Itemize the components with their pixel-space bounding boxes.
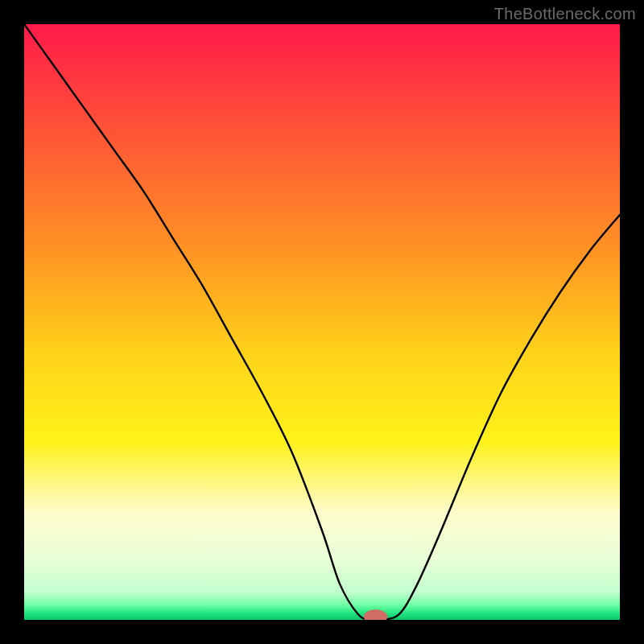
chart-frame: TheBottleneck.com: [0, 0, 644, 644]
watermark-text: TheBottleneck.com: [494, 5, 636, 23]
plot-area: [24, 24, 620, 620]
bottleneck-chart: [24, 24, 620, 620]
